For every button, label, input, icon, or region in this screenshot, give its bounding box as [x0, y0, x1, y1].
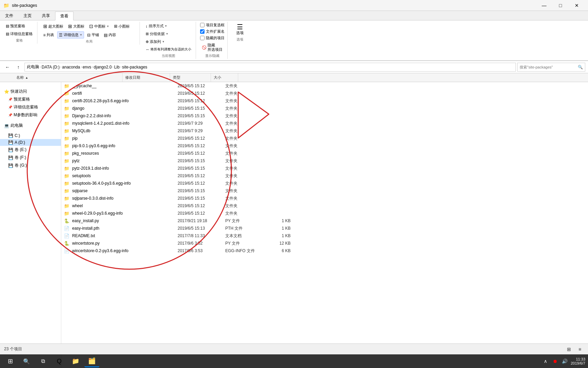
tab-home[interactable]: 主页 [18, 11, 37, 20]
list-view-btn-status[interactable]: ≡ [576, 345, 584, 353]
file-row[interactable]: 📄 wincertstore-0.2-py3.6.egg-info 2017/9… [61, 247, 588, 255]
file-explorer-active-btn[interactable]: 🗂️ [84, 355, 99, 367]
file-row[interactable]: 📁 certifi 2019/6/5 15:12 文件夹 [61, 90, 588, 97]
preview-pane-btn[interactable]: ▤ 预览窗格 [4, 22, 34, 30]
hidden-items-input[interactable] [200, 36, 205, 40]
qqdrive-btn[interactable]: Q [52, 355, 67, 367]
options-btn[interactable]: ☰ 选项 [233, 22, 247, 36]
file-row[interactable]: 📁 Django-2.2.2.dist-info 2019/6/5 15:15 … [61, 112, 588, 120]
file-ext-toggle[interactable]: 文件扩展名 [200, 29, 225, 34]
addr-segment-django[interactable]: django2.0 [94, 65, 112, 70]
file-row[interactable]: 📁 sqlparse-0.3.0.dist-info 2019/6/5 15:1… [61, 195, 588, 202]
file-row[interactable]: 📁 django 2019/6/5 15:15 文件夹 [61, 105, 588, 112]
file-ext-input[interactable] [200, 29, 205, 34]
sidebar-item-preview-pane[interactable]: 📌 预览窗格 [0, 95, 61, 103]
details-view-btn[interactable]: ☰ 详细信息 ▼ [57, 31, 84, 39]
col-header-date[interactable]: 修改日期 [122, 73, 170, 82]
file-row[interactable]: 📁 MySQLdb 2019/6/7 9:29 文件夹 [61, 127, 588, 135]
file-icon: 📁 [64, 166, 71, 171]
file-type: 文件夹 [225, 196, 266, 201]
file-row[interactable]: 📁 pytz-2019.1.dist-info 2019/6/5 15:15 文… [61, 165, 588, 172]
hide-selected-btn[interactable]: 🚫 隐藏 所选项目 [200, 42, 225, 53]
sidebar-item-drive-g[interactable]: 💾 卷 (G:) [0, 162, 61, 169]
file-row[interactable]: 📁 wheel-0.29.0-py3.6.egg-info 2019/6/5 1… [61, 210, 588, 217]
search-input[interactable] [520, 65, 578, 69]
file-row[interactable]: 📁 pip 2019/6/5 15:12 文件夹 [61, 135, 588, 142]
file-row[interactable]: 📁 certifi-2016.2.28-py3.6.egg-info 2019/… [61, 97, 588, 105]
clock[interactable]: 11:33 2019/6/7 [571, 357, 585, 365]
file-name: sqlparse [72, 188, 178, 193]
file-row[interactable]: 🐍 wincertstore.py 2017/9/6 3:52 PY 文件 12… [61, 240, 588, 247]
file-type: 文件夹 [225, 181, 266, 186]
item-checkbox-input[interactable] [200, 23, 205, 27]
list-view-btn[interactable]: ≡ 列表 [42, 31, 56, 39]
sidebar-item-drive-f[interactable]: 💾 卷 (F:) [0, 154, 61, 162]
file-explorer-taskbar-btn[interactable]: 📁 [68, 355, 83, 367]
tab-view[interactable]: 查看 [55, 12, 74, 20]
addr-segment-lib[interactable]: Lib [114, 65, 119, 70]
file-row[interactable]: 📁 pip-9.0.1-py3.6.egg-info 2019/6/5 15:1… [61, 142, 588, 150]
sidebar-item-drive-e[interactable]: 💾 卷 (E:) [0, 146, 61, 154]
file-row[interactable]: 📁 pytz 2019/6/5 15:15 文件夹 [61, 157, 588, 165]
large-icons-btn[interactable]: ⊞ 大图标 [66, 22, 86, 30]
content-view-btn[interactable]: ▤ 内容 [102, 31, 118, 39]
file-row[interactable]: 📄 easy-install.pth 2019/6/5 15:13 PTH 文件… [61, 225, 588, 232]
pin-icon-3: 📌 [8, 113, 12, 117]
file-row[interactable]: 📁 mysqlclient-1.4.2.post1.dist-info 2019… [61, 120, 588, 127]
sidebar-item-m-params[interactable]: 📌 M参数的影响 [0, 111, 61, 119]
extra-large-icons-btn[interactable]: ⊞ 超大图标 [42, 22, 65, 30]
file-row[interactable]: 📁 __pycache__ 2019/6/5 15:12 文件夹 [61, 82, 588, 90]
grid-view-btn[interactable]: ⊞ [565, 345, 573, 353]
start-button[interactable]: ⊞ [3, 355, 18, 367]
details-pane-btn[interactable]: ▤ 详细信息窗格 [4, 30, 34, 37]
address-path[interactable]: 此电脑 › DATA (D:) › anaconda › envs › djan… [24, 63, 516, 72]
task-view-btn[interactable]: ⧉ [35, 355, 50, 367]
addr-segment-site-packages[interactable]: site-packages [122, 65, 147, 70]
add-column-btn[interactable]: ⊕ 添加列 ▼ [144, 38, 193, 45]
hidden-items-toggle[interactable]: 隐藏的项目 [200, 35, 225, 41]
item-checkbox-toggle[interactable]: 项目复选框 [200, 22, 225, 28]
col-header-type[interactable]: 类型 [170, 73, 211, 82]
pin-icon: 📌 [8, 97, 12, 101]
sidebar-item-drive-d[interactable]: 💾 A (D:) [0, 139, 61, 146]
close-button[interactable]: ✕ [569, 0, 585, 11]
sidebar-item-details-pane[interactable]: 📌 详细信息窗格 [0, 103, 61, 111]
file-row[interactable]: 🐍 easy_install.py 2017/9/21 19:18 PY 文件 … [61, 217, 588, 225]
addr-segment-this-pc[interactable]: 此电脑 [27, 64, 39, 70]
medium-icons-btn[interactable]: ⊡ 中图标 ▼ [87, 22, 111, 30]
file-date: 2019/6/5 15:12 [178, 98, 225, 103]
cortana-btn[interactable]: 🔍 [19, 355, 34, 367]
minimize-button[interactable]: — [536, 0, 552, 11]
fit-columns-btn[interactable]: ↔ 将所有列调整为合适的大小 [144, 46, 193, 53]
col-header-name[interactable]: 名称 ▲ [14, 73, 122, 82]
file-icon: 📁 [64, 188, 71, 194]
file-row[interactable]: 📁 pkg_resources 2019/6/5 15:12 文件夹 [61, 150, 588, 157]
back-button[interactable]: ← [3, 62, 12, 72]
addr-segment-data-d[interactable]: DATA (D:) [42, 65, 60, 70]
sort-by-btn[interactable]: ↕ 排序方式 ▼ [144, 22, 193, 30]
addr-segment-anaconda[interactable]: anaconda [62, 65, 80, 70]
record-icon[interactable]: ⏺ [552, 358, 558, 365]
sidebar-item-drive-c[interactable]: 💾 C:) [0, 132, 61, 139]
file-row[interactable]: 📁 sqlparse 2019/6/5 15:15 文件夹 [61, 187, 588, 195]
file-row[interactable]: 📄 README.txt 2017/7/8 11:33 文本文档 1 KB [61, 232, 588, 240]
tab-file[interactable]: 文件 [0, 11, 18, 20]
sidebar-item-quick-access[interactable]: ⭐ 快速访问 [0, 88, 61, 95]
file-date: 2019/6/5 15:15 [178, 113, 225, 118]
file-row[interactable]: 📁 setuptools-36.4.0-py3.6.egg-info 2019/… [61, 180, 588, 187]
ribbon-tabs: 文件 主页 共享 查看 [0, 11, 588, 20]
file-row[interactable]: 📁 wheel 2019/6/5 15:12 文件夹 [61, 202, 588, 210]
col-header-size[interactable]: 大小 [211, 73, 238, 82]
group-by-btn[interactable]: ⊞ 分组依据 ▼ [144, 30, 193, 37]
maximize-button[interactable]: □ [553, 0, 568, 11]
up-arrow-tray-icon[interactable]: ∧ [542, 358, 549, 365]
sidebar-item-this-pc[interactable]: 💻 此电脑 [0, 122, 61, 129]
addr-segment-envs[interactable]: envs [83, 65, 91, 70]
up-button[interactable]: ↑ [14, 62, 23, 72]
tiles-view-btn[interactable]: ⊟ 平铺 [85, 31, 101, 39]
search-box[interactable]: 🔍 [517, 63, 585, 72]
file-row[interactable]: 📁 setuptools 2019/6/5 15:12 文件夹 [61, 172, 588, 180]
sound-icon[interactable]: 🔊 [561, 358, 568, 365]
small-icons-btn[interactable]: ⊞ 小图标 [112, 22, 131, 30]
tab-share[interactable]: 共享 [37, 11, 55, 20]
